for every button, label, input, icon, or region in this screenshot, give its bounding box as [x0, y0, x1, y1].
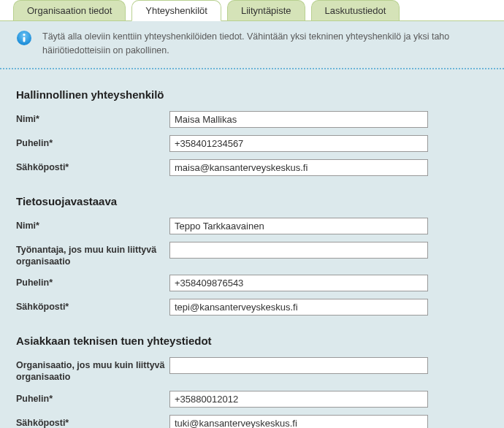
info-icon	[16, 30, 32, 46]
support-phone-input-wrap	[169, 391, 428, 408]
tab-content: Täytä alla oleviin kenttiin yhteyshenkil…	[0, 20, 504, 428]
svg-point-1	[23, 34, 25, 36]
field-row: Sähköposti*	[16, 415, 488, 429]
field-row: Työnantaja, jos muu kuin liittyvä organi…	[16, 242, 488, 268]
dpo-email-input-wrap	[169, 299, 428, 316]
section-admin: Hallinnollinen yhteyshenkilö Nimi* Puhel…	[16, 88, 488, 176]
dpo-phone-input-wrap	[169, 275, 428, 291]
admin-phone-label: Puhelin*	[16, 135, 169, 149]
admin-email-input[interactable]	[169, 159, 428, 176]
support-org-input[interactable]	[169, 357, 428, 374]
section-support-title: Asiakkaan teknisen tuen yhteystiedot	[16, 335, 488, 347]
admin-email-input-wrap	[169, 159, 428, 176]
support-email-input[interactable]	[169, 415, 428, 429]
section-support: Asiakkaan teknisen tuen yhteystiedot Org…	[16, 335, 488, 428]
dpo-employer-label: Työnantaja, jos muu kuin liittyvä organi…	[16, 242, 169, 268]
section-dpo: Tietosuojavastaava Nimi* Työnantaja, jos…	[16, 195, 488, 316]
dpo-name-label: Nimi*	[16, 218, 169, 232]
section-admin-title: Hallinnollinen yhteyshenkilö	[16, 88, 488, 101]
tabs: Organisaation tiedot Yhteyshenkilöt Liit…	[0, 0, 504, 20]
form-area: Hallinnollinen yhteyshenkilö Nimi* Puhel…	[0, 69, 504, 429]
dpo-name-input-wrap	[169, 218, 428, 234]
admin-name-input[interactable]	[169, 111, 428, 128]
support-email-label: Sähköposti*	[16, 415, 169, 429]
svg-rect-2	[23, 37, 26, 42]
field-row: Organisaatio, jos muu kuin liittyvä orga…	[16, 357, 488, 383]
admin-name-input-wrap	[169, 111, 428, 128]
tab-contacts[interactable]: Yhteyshenkilöt	[131, 0, 221, 21]
admin-phone-input-wrap	[169, 135, 428, 152]
admin-name-label: Nimi*	[16, 111, 169, 125]
field-row: Nimi*	[16, 218, 488, 234]
tab-organisation[interactable]: Organisaation tiedot	[13, 0, 126, 20]
info-text: Täytä alla oleviin kenttiin yhteyshenkil…	[42, 30, 488, 58]
dpo-employer-input-wrap	[169, 242, 428, 259]
support-org-input-wrap	[169, 357, 428, 374]
admin-email-label: Sähköposti*	[16, 159, 169, 173]
dpo-email-label: Sähköposti*	[16, 299, 169, 313]
info-bar: Täytä alla oleviin kenttiin yhteyshenkil…	[0, 21, 504, 69]
field-row: Puhelin*	[16, 135, 488, 152]
field-row: Puhelin*	[16, 275, 488, 291]
field-row: Sähköposti*	[16, 299, 488, 316]
tab-accesspoint[interactable]: Liityntäpiste	[227, 0, 305, 20]
dpo-email-input[interactable]	[169, 299, 428, 316]
admin-phone-input[interactable]	[169, 135, 428, 152]
dpo-phone-label: Puhelin*	[16, 275, 169, 288]
support-phone-input[interactable]	[169, 391, 428, 408]
tab-billing[interactable]: Laskutustiedot	[311, 0, 400, 20]
section-dpo-title: Tietosuojavastaava	[16, 195, 488, 207]
support-email-input-wrap	[169, 415, 428, 429]
support-org-label: Organisaatio, jos muu kuin liittyvä orga…	[16, 357, 169, 383]
field-row: Nimi*	[16, 111, 488, 128]
field-row: Sähköposti*	[16, 159, 488, 176]
dpo-name-input[interactable]	[169, 218, 428, 234]
field-row: Puhelin*	[16, 391, 488, 408]
dpo-employer-input[interactable]	[169, 242, 428, 259]
dpo-phone-input[interactable]	[169, 275, 428, 291]
support-phone-label: Puhelin*	[16, 391, 169, 405]
